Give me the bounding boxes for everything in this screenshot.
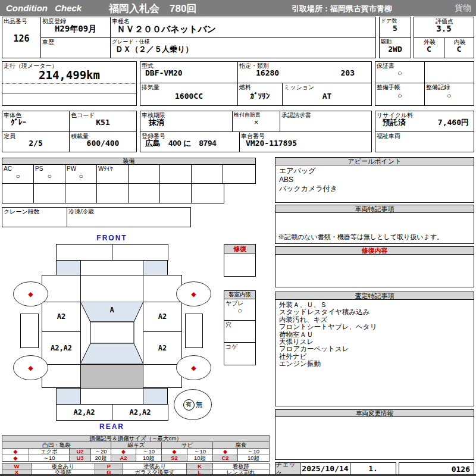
equipment-cell-empty	[191, 183, 224, 203]
category-label: 貨物	[455, 3, 471, 14]
diagram-front-label: FRONT	[56, 234, 168, 242]
inspection-value: 抹消	[140, 118, 232, 127]
repair-content-text	[275, 255, 474, 257]
history-label: 車歴	[41, 38, 110, 45]
equipment-cell-empty	[2, 183, 34, 203]
appeal-section-header: アピールポイント	[275, 157, 474, 165]
change-info-body	[275, 416, 474, 460]
model-code-cell: 型式 DBF-VM20	[140, 61, 238, 83]
transmission-cell: ミッション AT	[282, 83, 372, 106]
assessment-header: 査定特記事項	[275, 292, 474, 300]
model-name-cell: 車種名 ＮＶ２００バネットバン	[110, 17, 376, 38]
grade-cell: グレード・仕様 ＤＸ（２／５人乗り）	[110, 37, 376, 58]
recycle-fee-cell: リサイクル料 預託済 7,460円	[375, 111, 474, 132]
maintenance-record-label: 整備記録	[425, 83, 474, 90]
grade-value: ＤＸ（２／５人乗り）	[111, 45, 375, 54]
exterior-grade-cell: 外装 C	[414, 37, 444, 58]
rear-cowl-left	[56, 388, 81, 405]
cabin-lining-header: 客室内張	[224, 290, 256, 299]
legend-diamond: ◆	[2, 455, 29, 462]
change-info-text	[275, 417, 474, 419]
load-capacity-value: 600/400	[70, 139, 136, 148]
freezer-cell: 冷凍/冷蔵	[67, 207, 191, 227]
drive-cell: 駆動 2WD	[379, 37, 411, 58]
score-value: 3.5	[414, 24, 474, 33]
equipment-cell-empty	[191, 164, 223, 184]
drive-value: 2WD	[380, 45, 411, 54]
transmission-label: ミッション	[283, 83, 371, 90]
legend-cell: 10超	[136, 455, 162, 462]
equipment-cell-ps: PS ○	[33, 164, 65, 184]
history-cell: 車歴	[40, 37, 111, 58]
appeal-items: エアバッグ ABS バックカメラ付き	[275, 165, 474, 195]
fuel-label: 燃料	[238, 83, 282, 90]
front-cowl-center	[80, 260, 143, 275]
welfare-vehicle-cell: 福祉車両	[375, 131, 474, 152]
model-code-value: DBF-VM20	[140, 69, 237, 77]
cabin-burn-label: コゲ	[224, 343, 255, 350]
right-rear-panel-mark: A2	[143, 332, 182, 364]
legend-code: C2	[212, 455, 238, 462]
recycle-fee-value: 7,460円	[438, 118, 469, 127]
displacement-value: 1600CC	[140, 92, 237, 101]
displacement-cell: 排気量 1600CC	[140, 83, 238, 106]
equipment-label: PS	[34, 165, 65, 172]
registration-number-cell: 登録番号 広島 400 に 8794	[140, 131, 240, 152]
doors-cell: ドア数 5	[379, 17, 411, 38]
cargo-floor-shaded	[81, 365, 143, 388]
repair-box-title: 修復	[233, 245, 246, 253]
check-date-cell: 2025/10/14	[300, 462, 350, 475]
legend-cell: 20超	[90, 455, 111, 462]
maintenance-book-cell: 整備手帳 ○	[375, 83, 425, 106]
equipment-mark: ○	[2, 172, 33, 180]
repair-box-cell	[224, 253, 256, 277]
first-registration-cell: 初度登録 H29年09月	[40, 17, 111, 38]
brand-logo: Condition Check	[6, 3, 82, 13]
cabin-tear-mark: ○	[224, 306, 255, 315]
first-registration-value: H29年09月	[41, 24, 110, 33]
assessment-body: 外装Ａ、Ｕ、Ｓ スタッドレスタイヤ積み込み 内装汚れ、キズ フロントシートヤブレ…	[275, 299, 474, 406]
exterior-grade-value: C	[414, 45, 444, 54]
rear-cowl-center	[80, 388, 143, 405]
cabin-hole-cell: 穴	[224, 320, 256, 343]
assessment-items: 外装Ａ、Ｕ、Ｓ スタッドレスタイヤ積み込み 内装汚れ、キズ フロントシートヤブレ…	[275, 300, 474, 369]
class-number-2: 203	[341, 69, 355, 77]
repair-content-body	[275, 254, 474, 287]
presence-badge: 有 無	[174, 389, 212, 420]
chassis-number-value: VM20-117895	[240, 139, 371, 148]
equipment-cell-empty	[96, 183, 129, 203]
left-front-door-mark: A2	[42, 302, 81, 331]
left-side-step	[20, 314, 39, 348]
chassis-number-cell: 車台番号 VM20-117895	[239, 131, 372, 152]
wheel-front-left: ◆	[13, 281, 48, 306]
check-label-cell: チェック	[275, 462, 300, 475]
doors-value: 5	[380, 24, 411, 33]
left-rear-panel-mark: A2,A2	[42, 332, 81, 364]
front-cowl-left	[56, 260, 81, 275]
maintenance-book-label: 整備手帳	[375, 83, 424, 90]
class-number: 16280	[256, 69, 279, 77]
check-number-cell: 1.	[350, 462, 396, 475]
right-front-door-mark: A2	[143, 302, 182, 331]
vehicle-notes-footnote: ※記載のない書類・機器等は無しとして取り扱います。	[278, 233, 443, 242]
crane-label: クレーン段数	[2, 208, 67, 215]
recycle-status: 預託済	[383, 118, 406, 127]
legend-cell: 10超	[187, 455, 213, 462]
freezer-label: 冷凍/冷蔵	[67, 208, 190, 215]
pickup-location: 引取場所：福岡県古賀市青柳	[292, 4, 392, 14]
front-bumper-left	[56, 244, 112, 261]
legend-cell: ～10	[29, 455, 70, 462]
cabin-burn-cell: コゲ	[224, 342, 256, 365]
welfare-vehicle-label: 福祉車両	[375, 132, 474, 139]
inspection-cell: 車検期限 抹消	[140, 111, 233, 132]
front-cowl-right	[143, 260, 168, 275]
fuel-value: ｶﾞｿﾘﾝ	[238, 92, 282, 101]
mileage-cell: 走行（現メーター） 214,499km	[2, 61, 137, 106]
insurance-cell: 検付自賠責 ×	[232, 111, 280, 132]
load-capacity-cell: 積載量 600/400	[69, 131, 137, 152]
equipment-cell-wtire: Wﾀｲﾔ	[96, 164, 129, 184]
wheel-rear-right: ◆	[176, 355, 211, 380]
legend-cell: 10超	[237, 455, 270, 462]
equipment-label: AC	[2, 165, 33, 172]
presence-yes-circled: 有	[183, 399, 195, 411]
